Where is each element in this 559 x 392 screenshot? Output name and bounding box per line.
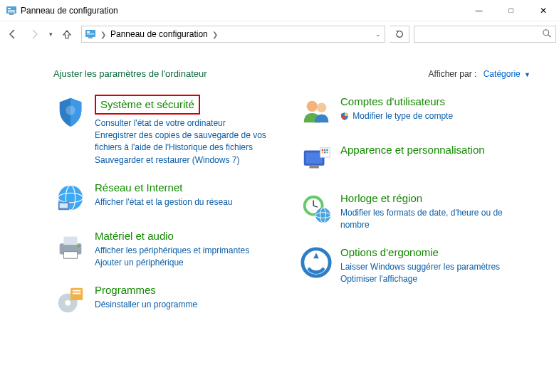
chevron-down-icon: ▼ [524,71,531,78]
link-devices-printers[interactable]: Afficher les périphériques et imprimante… [95,245,285,257]
svg-point-11 [66,105,75,115]
category-title-programs[interactable]: Programmes [95,283,156,297]
category-title-clock[interactable]: Horloge et région [340,191,422,206]
link-optimize-display[interactable]: Optimiser l'affichage [340,273,531,285]
category-title-accounts[interactable]: Comptes d'utilisateurs [340,95,445,109]
category-ease: Options d'ergonomie Laisser Windows sugg… [299,245,531,285]
chevron-right-icon[interactable]: ❯ [98,31,109,38]
link-uninstall[interactable]: Désinstaller un programme [95,299,285,311]
category-appearance: Apparence et personnalisation [299,143,531,177]
content-area: Ajuster les paramètres de l'ordinateur A… [0,47,559,339]
category-accounts: Comptes d'utilisateurs Modifier le type … [299,95,531,129]
close-button[interactable]: ✕ [527,0,559,21]
search-input[interactable] [414,29,538,39]
category-title-system-security[interactable]: Système et sécurité [95,95,200,115]
svg-point-9 [543,29,549,35]
history-dropdown[interactable]: ▾ [46,31,56,38]
window-controls: — □ ✕ [463,0,559,21]
page-heading: Ajuster les paramètres de l'ordinateur [53,68,429,79]
viewby-dropdown[interactable]: Catégorie ▼ [484,69,531,79]
category-system-security: Système et sécurité Consulter l'état de … [53,95,285,166]
svg-rect-16 [60,203,68,208]
link-date-formats[interactable]: Modifier les formats de date, d'heure ou… [340,207,531,232]
svg-rect-4 [9,14,14,15]
svg-rect-34 [326,149,328,151]
svg-line-10 [548,34,551,37]
svg-point-20 [78,245,80,248]
users-icon [299,95,333,129]
svg-rect-36 [324,152,325,153]
link-suggest-settings[interactable]: Laisser Windows suggérer les paramètres [340,261,531,273]
network-icon [53,181,88,215]
svg-rect-25 [73,293,81,295]
category-title-ease[interactable]: Options d'ergonomie [340,245,439,260]
search-box[interactable] [414,26,556,43]
svg-rect-18 [63,237,77,245]
link-backup-restore[interactable]: Sauvegarder et restaurer (Windows 7) [95,154,285,166]
forward-button[interactable] [24,24,44,44]
svg-rect-24 [73,290,81,292]
breadcrumb-root[interactable]: Panneau de configuration [109,29,209,39]
clock-icon [299,191,333,226]
svg-rect-2 [8,10,15,11]
svg-point-42 [315,208,330,223]
link-add-device[interactable]: Ajouter un périphérique [95,257,285,269]
maximize-button[interactable]: □ [495,0,527,21]
svg-rect-3 [8,11,15,13]
back-button[interactable] [3,24,23,44]
category-network: Réseau et Internet Afficher l'état et la… [53,181,285,215]
viewby-label: Afficher par : [429,69,477,79]
svg-rect-19 [63,252,77,259]
control-panel-icon [6,5,17,16]
svg-rect-29 [306,152,323,163]
link-check-status[interactable]: Consulter l'état de votre ordinateur [95,117,285,129]
ease-of-access-icon [299,245,333,280]
svg-point-26 [307,101,318,112]
uac-shield-icon [340,112,349,124]
svg-point-27 [317,103,326,112]
control-panel-icon [83,27,98,41]
svg-point-22 [65,300,70,306]
refresh-button[interactable] [390,26,409,43]
svg-rect-7 [87,33,94,35]
link-change-account-type[interactable]: Modifier le type de compte [340,110,531,124]
up-button[interactable] [57,24,77,44]
svg-rect-32 [322,149,323,151]
link-network-status[interactable]: Afficher l'état et la gestion du réseau [95,196,285,208]
category-title-hardware[interactable]: Matériel et audio [95,229,174,243]
categories-column-left: Système et sécurité Consulter l'état de … [53,95,285,332]
categories-grid: Système et sécurité Consulter l'état de … [53,95,531,332]
window-title: Panneau de configuration [21,6,463,16]
link-backup-history[interactable]: Enregistrer des copies de sauvegarde de … [95,129,285,154]
category-clock: Horloge et région Modifier les formats d… [299,191,531,231]
svg-rect-35 [322,152,323,153]
categories-column-right: Comptes d'utilisateurs Modifier le type … [299,95,531,332]
search-icon[interactable] [538,28,555,41]
category-hardware: Matériel et audio Afficher les périphéri… [53,229,285,269]
category-title-appearance[interactable]: Apparence et personnalisation [340,143,485,157]
address-bar[interactable]: ❯ Panneau de configuration ❯ ⌄ [81,26,385,43]
minimize-button[interactable]: — [463,0,495,21]
appearance-icon [299,143,333,177]
content-header: Ajuster les paramètres de l'ordinateur A… [53,68,531,79]
svg-rect-30 [309,166,318,169]
svg-rect-37 [326,152,328,153]
titlebar: Panneau de configuration — □ ✕ [0,0,559,21]
chevron-right-icon[interactable]: ❯ [209,31,221,38]
category-title-network[interactable]: Réseau et Internet [95,181,182,195]
shield-icon [53,95,88,129]
viewby-control: Afficher par : Catégorie ▼ [429,69,531,79]
svg-rect-1 [8,8,11,9]
svg-rect-8 [88,37,93,38]
programs-icon [53,283,88,317]
navbar: ▾ ❯ Panneau de configuration ❯ ⌄ [0,21,559,47]
printer-icon [53,229,88,263]
svg-rect-6 [87,31,90,33]
svg-marker-46 [313,253,319,259]
address-dropdown[interactable]: ⌄ [372,31,385,38]
svg-rect-33 [324,149,325,151]
category-programs: Programmes Désinstaller un programme [53,283,285,317]
